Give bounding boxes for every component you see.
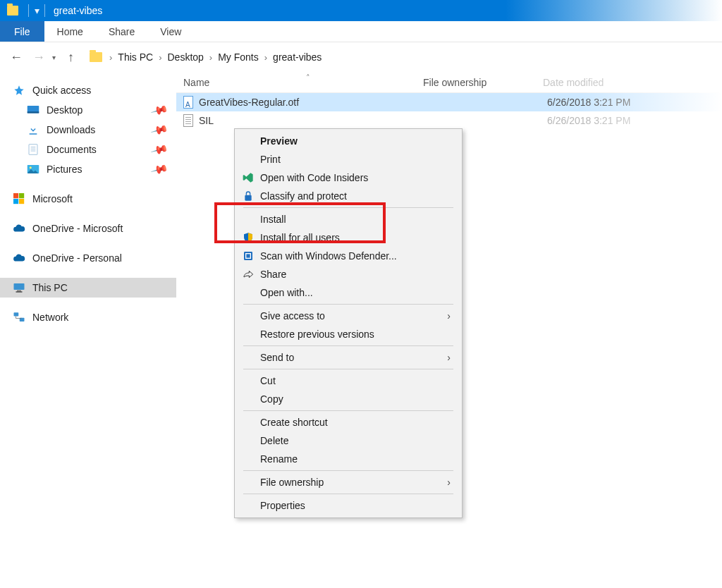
svg-rect-17 bbox=[245, 195, 251, 201]
nav-bar: ← → ▾ ↑ › This PC › Desktop › My Fonts ›… bbox=[0, 42, 722, 72]
menu-item-classify-protect[interactable]: Classify and protect bbox=[236, 187, 460, 205]
breadcrumb-seg[interactable]: Desktop bbox=[164, 51, 206, 63]
sidebar-item-onedrive-personal[interactable]: OneDrive - Personal bbox=[0, 248, 176, 268]
sidebar-item-quick-access[interactable]: Quick access bbox=[0, 80, 176, 100]
cloud-icon bbox=[13, 252, 25, 264]
tab-home[interactable]: Home bbox=[44, 21, 96, 42]
sidebar-item-microsoft[interactable]: Microsoft bbox=[0, 189, 176, 209]
svg-point-7 bbox=[30, 166, 32, 169]
star-icon bbox=[13, 85, 25, 96]
col-date-modified[interactable]: Date modified bbox=[543, 77, 722, 88]
svg-rect-10 bbox=[13, 199, 18, 204]
menu-label: Scan with Windows Defender... bbox=[260, 250, 397, 262]
history-dropdown-icon[interactable]: ▾ bbox=[52, 54, 61, 61]
menu-item-restore-previous-versions[interactable]: Restore previous versions bbox=[236, 325, 460, 343]
menu-item-cut[interactable]: Cut bbox=[236, 372, 460, 390]
menu-item-print[interactable]: Print bbox=[236, 150, 460, 169]
sidebar-item-pictures[interactable]: Pictures 📌 bbox=[0, 159, 176, 179]
sidebar-label: OneDrive - Personal bbox=[32, 252, 122, 264]
up-button[interactable]: ↑ bbox=[65, 50, 77, 65]
menu-label: Create shortcut bbox=[260, 417, 328, 428]
sidebar-item-documents[interactable]: Documents 📌 bbox=[0, 140, 176, 159]
vscode-insiders-icon bbox=[242, 171, 255, 184]
menu-item-open-code-insiders[interactable]: Open with Code Insiders bbox=[236, 169, 460, 187]
menu-separator bbox=[243, 494, 453, 494]
pin-icon: 📌 bbox=[150, 101, 169, 119]
back-button[interactable]: ← bbox=[7, 48, 25, 66]
share-icon bbox=[242, 268, 255, 281]
menu-item-rename[interactable]: Rename bbox=[236, 450, 460, 468]
tab-share[interactable]: Share bbox=[96, 21, 147, 42]
chevron-right-icon[interactable]: › bbox=[157, 52, 163, 63]
qat-dropdown-icon[interactable]: ▾ bbox=[33, 5, 40, 16]
menu-item-file-ownership[interactable]: File ownership› bbox=[236, 473, 460, 491]
menu-label: Cut bbox=[260, 375, 276, 386]
menu-label: Restore previous versions bbox=[260, 329, 374, 340]
sidebar-item-onedrive-ms[interactable]: OneDrive - Microsoft bbox=[0, 219, 176, 238]
svg-rect-11 bbox=[19, 199, 24, 204]
col-name[interactable]: Name bbox=[183, 77, 423, 88]
sidebar-label: Network bbox=[32, 312, 68, 323]
sidebar-label: Downloads bbox=[47, 124, 95, 135]
sidebar-item-desktop[interactable]: Desktop 📌 bbox=[0, 100, 176, 120]
menu-separator bbox=[243, 345, 453, 346]
tab-file[interactable]: File bbox=[0, 21, 44, 42]
sidebar-item-downloads[interactable]: Downloads 📌 bbox=[0, 120, 176, 140]
sidebar-item-network[interactable]: Network bbox=[0, 307, 176, 327]
menu-label: Preview bbox=[260, 135, 298, 147]
menu-item-copy[interactable]: Copy bbox=[236, 390, 460, 408]
context-menu: Preview Print Open with Code Insiders Cl… bbox=[234, 128, 463, 518]
computer-icon bbox=[13, 282, 25, 293]
breadcrumb-seg[interactable]: great-vibes bbox=[270, 51, 324, 63]
svg-rect-13 bbox=[17, 290, 21, 292]
menu-item-scan-defender[interactable]: Scan with Windows Defender... bbox=[236, 247, 460, 265]
documents-icon bbox=[27, 144, 39, 155]
chevron-right-icon[interactable]: › bbox=[208, 52, 214, 63]
svg-rect-12 bbox=[14, 283, 25, 290]
breadcrumb-seg[interactable]: This PC bbox=[115, 51, 156, 63]
file-date: 6/26/2018 3:21 PM bbox=[543, 115, 722, 126]
menu-item-install[interactable]: Install bbox=[236, 210, 460, 228]
chevron-right-icon[interactable]: › bbox=[263, 52, 269, 63]
forward-button[interactable]: → bbox=[30, 48, 48, 66]
address-bar[interactable]: › This PC › Desktop › My Fonts › great-v… bbox=[85, 47, 329, 67]
menu-separator bbox=[243, 470, 453, 471]
pin-icon: 📌 bbox=[150, 121, 169, 139]
menu-item-delete[interactable]: Delete bbox=[236, 431, 460, 450]
chevron-right-icon[interactable]: › bbox=[108, 52, 114, 63]
menu-item-create-shortcut[interactable]: Create shortcut bbox=[236, 413, 460, 431]
menu-item-open-with[interactable]: Open with... bbox=[236, 283, 460, 302]
chevron-right-icon: › bbox=[447, 352, 451, 363]
file-row[interactable]: SIL 6/26/2018 3:21 PM bbox=[176, 111, 722, 130]
menu-label: Open with Code Insiders bbox=[260, 172, 368, 183]
menu-label: Print bbox=[260, 154, 281, 165]
qat-separator bbox=[44, 4, 45, 17]
column-headers: Name File ownership Date modified bbox=[176, 72, 722, 93]
menu-item-properties[interactable]: Properties bbox=[236, 496, 460, 515]
tab-view[interactable]: View bbox=[147, 21, 194, 42]
sidebar-label: OneDrive - Microsoft bbox=[32, 223, 123, 234]
sidebar-label: Desktop bbox=[47, 104, 82, 116]
menu-item-send-to[interactable]: Send to› bbox=[236, 348, 460, 367]
svg-rect-15 bbox=[14, 312, 19, 316]
file-row[interactable]: GreatVibes-Regular.otf 6/26/2018 3:21 PM bbox=[176, 93, 722, 111]
menu-item-give-access-to[interactable]: Give access to› bbox=[236, 307, 460, 325]
desktop-icon bbox=[27, 104, 39, 116]
col-file-ownership[interactable]: File ownership bbox=[423, 77, 543, 88]
title-bar: ▾ great-vibes bbox=[0, 0, 722, 21]
breadcrumb-seg[interactable]: My Fonts bbox=[215, 51, 262, 63]
menu-item-install-all-users[interactable]: Install for all users bbox=[236, 228, 460, 247]
sidebar-label: Microsoft bbox=[32, 193, 73, 204]
sidebar-item-this-pc[interactable]: This PC bbox=[0, 278, 176, 298]
pin-icon: 📌 bbox=[150, 160, 169, 178]
sidebar-label: Quick access bbox=[32, 85, 91, 96]
menu-item-preview[interactable]: Preview bbox=[236, 132, 460, 150]
svg-rect-2 bbox=[29, 145, 37, 155]
qat-separator bbox=[28, 4, 29, 17]
menu-item-share[interactable]: Share bbox=[236, 265, 460, 283]
menu-label: Install for all users bbox=[260, 232, 340, 243]
sidebar-label: This PC bbox=[32, 282, 68, 293]
menu-label: Install bbox=[260, 214, 286, 225]
chevron-right-icon: › bbox=[447, 477, 451, 488]
network-icon bbox=[13, 312, 25, 323]
